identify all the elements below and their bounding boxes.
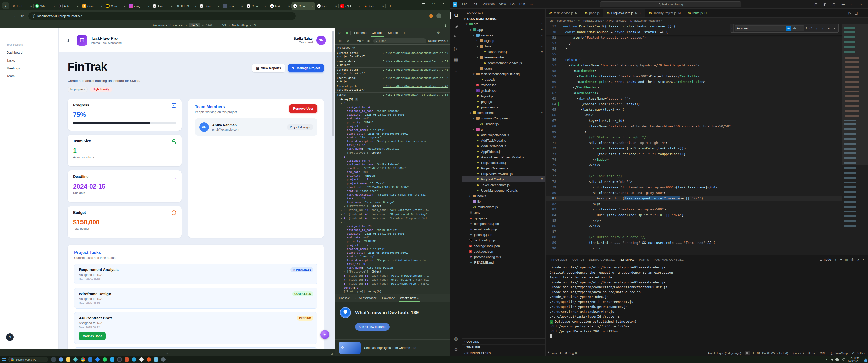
extensions-icon[interactable]	[423, 14, 427, 18]
console-filter-input[interactable]: ∇ Filter	[373, 38, 427, 43]
tab-search-chevron-icon[interactable]: ∨	[2, 2, 9, 9]
taskbar-app-icon[interactable]	[153, 357, 159, 363]
terminal-shell-label[interactable]: ⊞ node	[820, 258, 831, 261]
split-terminal-icon[interactable]: ◫	[845, 258, 848, 261]
expand-arrow-icon[interactable]: ▾	[337, 98, 340, 101]
console-tree-row[interactable]: assigned_to_name: "Anika Rahman"	[335, 109, 450, 113]
tab-close-icon[interactable]: ×	[101, 4, 102, 7]
expand-arrow-icon[interactable]: ▸	[341, 212, 344, 216]
resize-corner-icon[interactable]: ◢	[331, 352, 333, 356]
log-levels-dropdown[interactable]: Default levels	[428, 39, 445, 42]
explorer-menu-icon[interactable]: ⋯	[538, 11, 541, 14]
console-tree-row[interactable]: task_description: "Create wireframes for…	[335, 193, 450, 197]
taskbar-app-icon[interactable]	[94, 357, 100, 363]
console-tree-row[interactable]: ▸3: {task_id: 49, task_name: 'Requiremen…	[335, 212, 450, 216]
expand-arrow-icon[interactable]: ▸	[344, 270, 347, 274]
close-button[interactable]: ×	[438, 0, 448, 6]
taskbar-clock[interactable]: 2:34 PM 8/20/2025	[848, 357, 860, 363]
problems-indicator[interactable]: ⊗ 0 △ 0	[565, 352, 577, 355]
whats-new-banner[interactable]: See past highlights from Chrome 138	[335, 339, 450, 356]
tab-close-icon[interactable]: ×	[265, 4, 267, 7]
expand-arrow-icon[interactable]: ▾	[341, 102, 344, 105]
find-previous-icon[interactable]: ↑	[814, 26, 819, 31]
sidebar-section[interactable]: › TIMELINE	[462, 344, 545, 350]
panel-tab[interactable]: OUTPUT	[570, 255, 587, 264]
browser-tab[interactable]: IELTS ×	[174, 2, 198, 10]
console-tree-row[interactable]: priority: "HIGH"	[335, 121, 450, 124]
explorer-item[interactable]: layout.js	[462, 93, 545, 99]
console-source-link[interactable]: C:\Users\User\Docume…anagementCard.js:32	[380, 76, 448, 80]
sidebar-nav-item[interactable]: Meetings	[0, 64, 58, 72]
breadcrumb-segment[interactable]: ⬡ ProjTaskCard ›	[606, 19, 628, 22]
explorer-item[interactable]: UserManagementCard.js	[462, 188, 545, 193]
console-tree-row[interactable]: task_name: "Wireframe Design"	[335, 200, 450, 204]
profile-avatar[interactable]	[436, 13, 441, 19]
split-editor-icon[interactable]: ◫	[855, 11, 858, 15]
sidebar-user-avatar[interactable]: N	[6, 333, 13, 341]
explorer-item[interactable]: ProjTaskCard.js M	[462, 176, 545, 182]
view-reports-button[interactable]: ▤ View Reports	[252, 64, 285, 72]
console-tree-row[interactable]: deadline: "2025-08-16T12:00:00.000Z"	[335, 113, 450, 117]
tab-close-icon[interactable]: ×	[194, 4, 196, 7]
explorer-icon[interactable]: ⧉	[450, 9, 462, 21]
console-tree-row[interactable]: priority: "MEDIUM"	[335, 239, 450, 243]
manage-project-button[interactable]: ✎ Manage Project	[288, 64, 324, 72]
explorer-item[interactable]: package.json	[462, 249, 545, 254]
explorer-item[interactable]: ProjectOverview.js	[462, 165, 545, 171]
close-panel-icon[interactable]: ×	[863, 258, 865, 261]
panel-tab[interactable]: PROBLEMS	[549, 255, 570, 264]
explorer-item[interactable]: README.md	[462, 260, 545, 265]
run-debug-icon[interactable]: ▷	[450, 43, 462, 54]
console-tree-row[interactable]: assigned_to: 28	[335, 224, 450, 228]
expand-arrow-icon[interactable]: ▾	[341, 221, 344, 224]
console-tree-row[interactable]: end_date: null	[335, 236, 450, 239]
close-icon[interactable]: ×	[417, 297, 418, 300]
console-tree-row[interactable]: project_id: 7	[335, 243, 450, 247]
run-file-icon[interactable]: ▷	[848, 11, 851, 15]
layout-customize-icon[interactable]: ▢	[830, 2, 838, 6]
console-tree-row[interactable]: task_name: "Requirement Analysis"	[335, 147, 450, 151]
explorer-item[interactable]: Header.js	[462, 121, 545, 127]
breadcrumb-segment[interactable]: ⬡ tasks.map() callback ›	[630, 19, 662, 22]
drawer-tab[interactable]: Console	[336, 294, 352, 302]
whole-word-button[interactable]: ab	[792, 26, 797, 31]
regex-button[interactable]: .*	[797, 26, 802, 31]
info-icon[interactable]: i	[355, 98, 358, 101]
taskbar-app-icon[interactable]	[72, 357, 79, 363]
console-tree-row[interactable]: task_description: "Analyze and finalize …	[335, 139, 450, 143]
menu-item[interactable]: ⋯	[527, 1, 535, 7]
account-icon[interactable]: ◍	[450, 333, 462, 344]
explorer-item[interactable]: middleware.js	[462, 204, 545, 210]
clear-console-icon[interactable]: ⊘	[345, 39, 351, 43]
explorer-item[interactable]: teamMemberService.js	[462, 60, 545, 66]
minimize-button[interactable]: —	[839, 2, 847, 6]
breadcrumb-segment[interactable]: components ›	[557, 19, 575, 22]
console-tree-row[interactable]: task_id: 50	[335, 262, 450, 266]
console-tree-row[interactable]: end_date: null	[335, 170, 450, 174]
explorer-item[interactable]: AddTaskModal.js	[462, 138, 545, 143]
taskbar-app-icon[interactable]	[87, 357, 93, 363]
panel-tab[interactable]: POSTMAN CONSOLE	[651, 255, 686, 264]
taskbar-app-icon[interactable]	[65, 357, 71, 363]
console-tree-row[interactable]: status: "completed"	[335, 189, 450, 193]
browser-tab[interactable]: Crea ×	[292, 2, 315, 10]
tab-close-icon[interactable]: ×	[382, 4, 384, 7]
tray-expand-icon[interactable]: ∧	[825, 358, 827, 361]
browser-tab[interactable]: Wha ×	[34, 2, 57, 10]
expand-arrow-icon[interactable]: ▸	[344, 204, 347, 208]
volume-icon[interactable]	[830, 359, 833, 361]
expand-arrow-icon[interactable]: ▸	[341, 278, 344, 282]
devtools-tab[interactable]: Sources	[385, 29, 402, 37]
console-tree-row[interactable]: priority: "MEDIUM"	[335, 174, 450, 178]
zoom-dropdown[interactable]: 85%	[220, 24, 226, 27]
breadcrumb-segment[interactable]: src ›	[550, 19, 556, 22]
more-tabs-icon[interactable]: »	[402, 31, 408, 35]
browser-tab[interactable]: Asifu ×	[151, 2, 174, 10]
editor-tab[interactable]: TaskByProject.js M	[645, 8, 684, 18]
console-source-link[interactable]: C:\Users\User\Docume…\ProjTaskCard.js:64	[380, 93, 448, 97]
taskbar-app-icon[interactable]	[80, 357, 86, 363]
editor-more-icon[interactable]: ⋯	[861, 11, 865, 15]
explorer-item[interactable]: providers.js	[462, 104, 545, 110]
explorer-item[interactable]: .env	[462, 210, 545, 215]
explorer-item[interactable]: ∨ commonComponent	[462, 116, 545, 121]
